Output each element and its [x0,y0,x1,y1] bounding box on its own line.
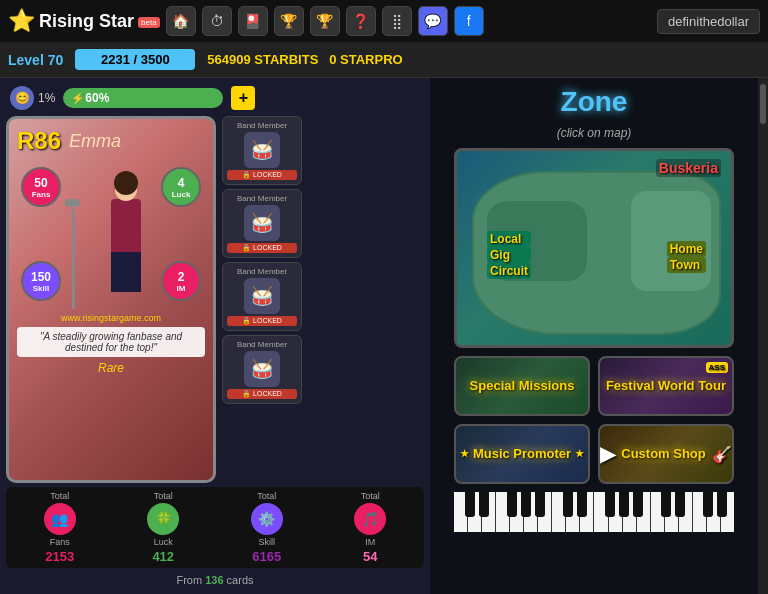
zone-map[interactable]: Buskeria Local Gig Circuit Home Town [454,148,734,348]
festival-world-tour-button[interactable]: ASS Festival World Tour [598,356,734,416]
stars-row: ★ Music Promoter ★ [460,446,584,463]
trophy2-nav-icon[interactable]: 🏆 [310,6,340,36]
logo-text: Rising Star [39,11,134,32]
skill-value: 150 [31,270,51,284]
user-badge[interactable]: definithedollar [657,9,760,34]
help-nav-icon[interactable]: ❓ [346,6,376,36]
black-key-12 [675,492,685,517]
band-label-1: Band Member [237,121,287,130]
right-panel: Zone (click on map) Buskeria Local Gig C… [430,78,758,594]
xp-bar: 2231 / 3500 [75,49,195,70]
hive-nav-icon[interactable]: ⣿ [382,6,412,36]
total-label-im: Total [361,491,380,501]
band-slot-1[interactable]: Band Member 🥁 🔒 LOCKED [222,116,302,185]
home-label: Home [667,241,706,257]
total-label-luck: Total [154,491,173,501]
total-skill-icon: ⚙️ [251,503,283,535]
map-label-buskeria: Buskeria [656,159,721,177]
discord-nav-icon[interactable]: 💬 [418,6,448,36]
mic-head [65,199,80,207]
band-slot-2[interactable]: Band Member 🥁 🔒 LOCKED [222,189,302,258]
facebook-nav-icon[interactable]: f [454,6,484,36]
black-key-5 [535,492,545,517]
special-missions-button[interactable]: Special Missions [454,356,590,416]
trophy-nav-icon[interactable]: 🏆 [274,6,304,36]
char-torso [111,199,141,254]
map-background: Buskeria Local Gig Circuit Home Town [457,151,731,345]
black-key-8 [605,492,615,517]
band-slot-4[interactable]: Band Member 🥁 🔒 LOCKED [222,335,302,404]
skill-badge: 150 Skill [21,261,61,301]
starbits-value: 564909 [207,52,250,67]
starpro-value: 0 [329,52,336,67]
band-label-2: Band Member [237,194,287,203]
total-luck-icon: 🍀 [147,503,179,535]
im-label: IM [177,284,186,293]
cards-nav-icon[interactable]: 🎴 [238,6,268,36]
card-id: R86 [17,127,61,155]
skill-total-label: Skill [258,537,275,547]
black-key-6 [563,492,573,517]
music-promoter-label: Music Promoter [473,446,571,463]
level-display: Level 70 [8,52,63,68]
total-luck-item: Total 🍀 Luck 412 [114,491,214,564]
left-panel: 😊 1% ⚡ 60% + R86 Emma 50 [0,78,430,594]
black-key-13 [703,492,713,517]
im-total-label: IM [365,537,375,547]
card-website: www.risingstargame.com [17,313,205,323]
card-area: R86 Emma 50 Fans 4 Luck [6,116,424,483]
map-label-hometown: Home Town [667,241,706,273]
fans-total-label: Fans [50,537,70,547]
band-label-4: Band Member [237,340,287,349]
local-label: Local [487,231,531,247]
custom-shop-button[interactable]: ▶ Custom Shop 🎸 [598,424,734,484]
xp-display: 2231 / 3500 [101,52,170,67]
band-slot-3[interactable]: Band Member 🥁 🔒 LOCKED [222,262,302,331]
total-im-item: Total 🎵 IM 54 [321,491,421,564]
band-icon-1: 🥁 [244,132,280,168]
band-icon-3: 🥁 [244,278,280,314]
map-label-local-gig: Local Gig Circuit [487,231,531,279]
starbits-label: STARBITS [254,52,318,67]
band-icon-2: 🥁 [244,205,280,241]
white-keys [454,492,734,532]
music-promoter-content: ★ Music Promoter ★ [460,446,584,463]
town-label: Town [667,257,706,273]
starbits-display: 564909 STARBITS 0 STARPRO [207,52,402,67]
char-legs [111,252,141,292]
black-key-10 [633,492,643,517]
char-hair [114,171,138,195]
total-luck-value: 412 [152,549,174,564]
top-navigation: ⭐ Rising Star beta 🏠 ⏱ 🎴 🏆 🏆 ❓ ⣿ 💬 f def… [0,0,768,42]
black-key-3 [507,492,517,517]
total-fans-icon: 👥 [44,503,76,535]
scrollbar[interactable] [758,78,768,594]
music-promoter-button[interactable]: ★ Music Promoter ★ [454,424,590,484]
char-body-wrapper [101,169,151,299]
black-key-11 [661,492,671,517]
black-key-9 [619,492,629,517]
custom-shop-label: Custom Shop [621,446,706,463]
timer-nav-icon[interactable]: ⏱ [202,6,232,36]
ego-icon: 😊 [10,86,34,110]
logo[interactable]: ⭐ Rising Star beta [8,8,160,34]
character-card[interactable]: R86 Emma 50 Fans 4 Luck [6,116,216,483]
locked-bar-3: 🔒 LOCKED [227,316,297,326]
total-skill-value: 6165 [252,549,281,564]
luck-total-label: Luck [154,537,173,547]
black-key-1 [465,492,475,517]
level-bar: Level 70 2231 / 3500 564909 STARBITS 0 S… [0,42,768,78]
im-value: 2 [178,270,185,284]
cards-count: 136 [205,574,223,586]
card-quote: "A steadily growing fanbase and destined… [17,327,205,357]
ego-bar: 😊 1% [10,86,55,110]
totals-row: Total 👥 Fans 2153 Total 🍀 Luck 412 Total… [6,487,424,568]
main-content: 😊 1% ⚡ 60% + R86 Emma 50 [0,78,768,594]
card-rarity: Rare [17,361,205,375]
energy-plus-button[interactable]: + [231,86,255,110]
band-icon-4: 🥁 [244,351,280,387]
scroll-thumb[interactable] [760,84,766,124]
action-buttons-grid: Special Missions ASS Festival World Tour… [454,356,734,484]
black-key-14 [717,492,727,517]
home-nav-icon[interactable]: 🏠 [166,6,196,36]
